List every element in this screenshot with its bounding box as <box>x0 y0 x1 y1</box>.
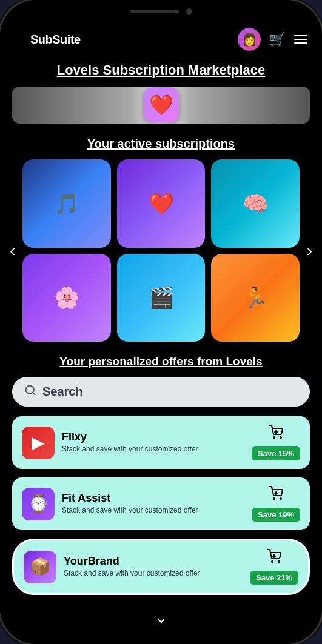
search-icon <box>24 384 36 399</box>
apps-grid: 🎵 ❤️ 🧠 🌸 🎬 <box>22 159 299 342</box>
yourbrand-icon: 📦 <box>24 551 56 583</box>
music-icon: 🎵 <box>54 191 79 216</box>
fitassist-badge: Save 19% <box>252 508 300 522</box>
offer-card-flixy[interactable]: ▶ Flixy Stack and save with your customi… <box>12 416 310 469</box>
svg-point-2 <box>273 437 275 438</box>
flixy-name: Flixy <box>62 431 244 443</box>
search-bar[interactable]: Search <box>12 377 310 407</box>
yourbrand-cart-icon <box>267 549 281 567</box>
avatar[interactable]: 👩 <box>238 28 261 51</box>
scroll-down-arrow[interactable]: ⌄ <box>0 603 322 632</box>
yourbrand-box-icon: 📦 <box>30 557 51 577</box>
yourbrand-info: YourBrand Stack and save with your custo… <box>64 555 243 579</box>
fitassist-info: Fit Assist Stack and save with your cust… <box>62 492 244 516</box>
app-icon-mind[interactable]: 🧠 <box>211 159 299 247</box>
carousel-next-button[interactable]: › <box>303 239 316 263</box>
notch-dot <box>186 8 192 15</box>
avatar-image: 👩 <box>242 32 257 47</box>
fitassist-icon: ⌚ <box>22 488 55 520</box>
yourbrand-name: YourBrand <box>64 555 243 568</box>
phone-notch <box>0 0 322 19</box>
mind-icon: 🧠 <box>243 191 268 216</box>
marketplace-title: Lovels Subscription Marketplace <box>0 57 322 87</box>
subscriptions-title: Your active subscriptions <box>0 133 322 159</box>
flixy-icon: ▶ <box>22 427 55 459</box>
svg-point-11 <box>278 561 280 562</box>
hamburger-menu[interactable] <box>294 35 307 44</box>
yourbrand-badge: Save 21% <box>250 571 298 585</box>
offer-card-fitassist[interactable]: ⌚ Fit Assist Stack and save with your cu… <box>12 477 310 530</box>
logo-text: SubSuite <box>30 33 81 47</box>
svg-point-7 <box>280 498 281 499</box>
media-icon: 🎬 <box>149 285 174 310</box>
flixy-badge: Save 15% <box>252 446 300 460</box>
svg-line-1 <box>33 393 35 395</box>
fitassist-cart-icon <box>269 486 283 504</box>
offers-title: Your personalized offers from Lovels <box>0 351 322 377</box>
offer-card-yourbrand[interactable]: 📦 YourBrand Stack and save with your cus… <box>12 539 310 595</box>
yourbrand-action[interactable]: Save 21% <box>250 549 298 585</box>
hamburger-line-3 <box>294 42 307 44</box>
app-icon-media[interactable]: 🎬 <box>117 254 205 342</box>
notch-bar <box>130 10 179 13</box>
cart-button[interactable]: 🛒 <box>269 32 286 47</box>
app-icon-fitness[interactable]: 🏃 <box>211 254 299 342</box>
banner-icon: ❤️ <box>144 87 179 122</box>
fitness-icon: 🏃 <box>243 285 268 310</box>
logo-icon: 〜 <box>15 32 27 48</box>
wellness-icon: 🌸 <box>54 285 79 310</box>
header: 〜 SubSuite 👩 🛒 <box>0 19 322 57</box>
flixy-info: Flixy Stack and save with your customize… <box>62 431 244 454</box>
flixy-play-icon: ▶ <box>32 433 45 453</box>
search-label: Search <box>42 385 83 399</box>
flixy-cart-icon <box>269 425 283 443</box>
fitassist-watch-icon: ⌚ <box>28 494 49 514</box>
svg-point-6 <box>273 498 275 499</box>
header-right: 👩 🛒 <box>238 28 307 51</box>
phone-screen: 〜 SubSuite 👩 🛒 Lovels Subscription Marke… <box>0 19 322 644</box>
fitassist-action[interactable]: Save 19% <box>252 486 300 522</box>
yourbrand-desc: Stack and save with your customized offe… <box>64 569 243 579</box>
svg-point-3 <box>280 437 281 438</box>
phone-frame: 〜 SubSuite 👩 🛒 Lovels Subscription Marke… <box>0 0 322 644</box>
app-icon-music[interactable]: 🎵 <box>22 159 110 247</box>
app-icon-love[interactable]: ❤️ <box>117 159 205 247</box>
fitassist-name: Fit Assist <box>62 492 244 505</box>
hamburger-line-2 <box>294 39 307 41</box>
flixy-action[interactable]: Save 15% <box>252 425 300 460</box>
love-icon: ❤️ <box>149 191 174 216</box>
hamburger-line-1 <box>294 35 307 36</box>
carousel-prev-button[interactable]: ‹ <box>6 239 19 263</box>
subscriptions-carousel: ‹ 🎵 ❤️ 🧠 🌸 🎬 <box>0 159 322 342</box>
hero-banner: ❤️ <box>12 87 310 124</box>
fitassist-desc: Stack and save with your customized offe… <box>62 506 244 516</box>
banner-emoji: ❤️ <box>149 93 173 116</box>
logo: 〜 SubSuite <box>15 32 81 48</box>
svg-point-10 <box>272 561 273 562</box>
flixy-desc: Stack and save with your customized offe… <box>62 445 244 454</box>
app-icon-wellness[interactable]: 🌸 <box>22 254 110 342</box>
